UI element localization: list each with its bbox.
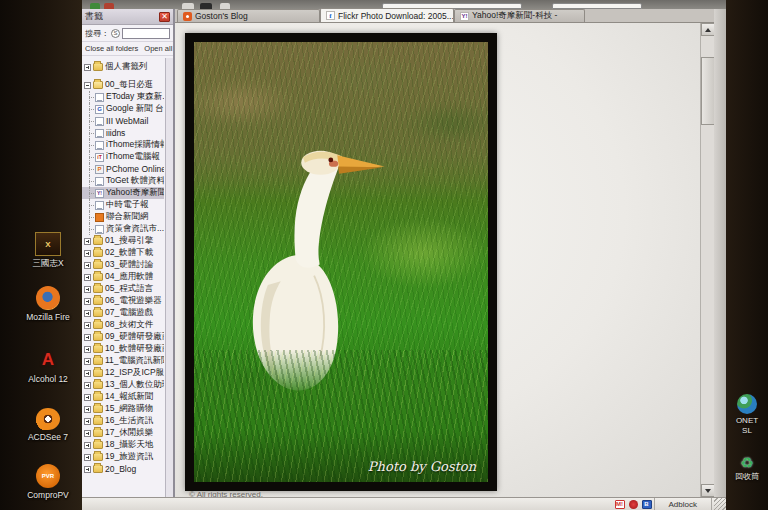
bookmarks-sidebar: 書籤 ✕ 搜尋： S Close all folders Open all fo… <box>82 9 175 497</box>
sidebar-scrollbar[interactable] <box>165 58 173 497</box>
bookmark-folder[interactable]: 15_網路購物 <box>82 403 164 415</box>
expander-plus-icon[interactable] <box>84 430 91 437</box>
scrollbar-thumb[interactable] <box>701 57 715 125</box>
desktop-icon-network[interactable]: ONET SL <box>726 394 768 435</box>
desktop-icon[interactable]: 三國志X <box>0 232 82 270</box>
bookmark-item[interactable]: iiidns <box>82 127 164 139</box>
desktop-right-strip: ONET SL ♻ 回收筒 <box>726 0 768 510</box>
expander-plus-icon[interactable] <box>84 346 91 353</box>
bookmark-folder[interactable]: 04_應用軟體 <box>82 271 164 283</box>
bookmark-item[interactable]: EToday 東森新... <box>82 91 164 103</box>
bookmark-item[interactable]: ToGet 軟體資料庫 <box>82 175 164 187</box>
expander-plus-icon[interactable] <box>84 250 91 257</box>
bookmark-folder[interactable]: 11_電腦資訊新聞 <box>82 355 164 367</box>
bookmark-favicon-icon <box>95 141 104 150</box>
blue-extension-icon[interactable]: B <box>642 500 652 509</box>
adblock-status-button[interactable]: Adblock <box>654 498 712 510</box>
bookmark-folder[interactable]: 08_技術文件 <box>82 319 164 331</box>
vertical-scrollbar[interactable] <box>700 23 714 497</box>
close-all-folders-link[interactable]: Close all folders <box>85 44 138 53</box>
expander-plus-icon[interactable] <box>84 334 91 341</box>
expander-minus-icon[interactable] <box>84 82 91 89</box>
bookmark-folder[interactable]: 18_攝影天地 <box>82 439 164 451</box>
folder-icon <box>93 429 103 437</box>
desktop-icon[interactable]: ACDSee 7 <box>0 408 82 442</box>
expander-plus-icon[interactable] <box>84 454 91 461</box>
bookmark-item[interactable]: 中時電子報 <box>82 199 164 211</box>
expander-plus-icon[interactable] <box>84 310 91 317</box>
bookmark-folder[interactable]: 10_軟體研發廠商 <box>82 343 164 355</box>
expander-plus-icon[interactable] <box>84 394 91 401</box>
bookmark-folder-personal[interactable]: 個人書籤列 <box>82 61 164 73</box>
bookmark-folder[interactable]: 05_程式語言 <box>82 283 164 295</box>
bookmark-folder[interactable]: 03_硬體討論 <box>82 259 164 271</box>
bookmark-folder[interactable]: 20_Blog <box>82 463 164 475</box>
folder-icon <box>93 321 103 329</box>
bookmark-folder[interactable]: 13_個人數位助理 <box>82 379 164 391</box>
expander-plus-icon[interactable] <box>84 358 91 365</box>
bookmark-folder[interactable]: 16_生活資訊 <box>82 415 164 427</box>
expander-plus-icon[interactable] <box>84 298 91 305</box>
folder-label: 06_電視遊樂器 <box>105 295 162 307</box>
sidebar-close-button[interactable]: ✕ <box>159 12 170 22</box>
desktop-icon[interactable]: Alcohol 12 <box>0 348 82 384</box>
folder-icon <box>93 405 103 413</box>
flickr-favicon-icon <box>326 11 335 20</box>
desktop-icon[interactable]: Mozilla Fire <box>0 286 82 322</box>
egret-photo-image: Photo by Goston <box>194 42 488 482</box>
down-arrow-icon <box>705 489 711 493</box>
bookmark-item[interactable]: Yahoo!奇摩新聞 <box>82 187 164 199</box>
monitor-screen: 三國志X Mozilla Fire Alcohol 12 ACDSee 7 Co… <box>0 0 768 510</box>
bookmark-folder[interactable]: 19_旅遊資訊 <box>82 451 164 463</box>
expander-plus-icon[interactable] <box>84 262 91 269</box>
scroll-down-button[interactable] <box>701 484 715 497</box>
gmail-notifier-icon[interactable]: M! <box>615 500 625 509</box>
expander-plus-icon[interactable] <box>84 322 91 329</box>
bookmark-folder[interactable]: 12_ISP及ICP服務 <box>82 367 164 379</box>
bookmark-label: 中時電子報 <box>106 199 149 211</box>
desktop-icon-art <box>35 348 61 372</box>
bookmark-folder[interactable]: 09_硬體研發廠商 <box>82 331 164 343</box>
bookmark-item[interactable]: Google 新聞 台... <box>82 103 164 115</box>
resize-grip[interactable] <box>714 498 726 510</box>
expander-plus-icon[interactable] <box>84 238 91 245</box>
tab-gostons-blog[interactable]: Goston's Blog <box>177 9 320 22</box>
expander-plus-icon[interactable] <box>84 370 91 377</box>
expander-plus-icon[interactable] <box>84 382 91 389</box>
bookmark-favicon-icon <box>95 117 104 126</box>
folder-label: 17_休閒娛樂 <box>105 427 153 439</box>
desktop-icon-recycle-bin[interactable]: ♻ 回收筒 <box>726 454 768 482</box>
bookmark-item[interactable]: iThome電腦報 <box>82 151 164 163</box>
expander-plus-icon[interactable] <box>84 286 91 293</box>
tab-yahoo-news[interactable]: Yahoo!奇摩新聞-科技 - <box>454 9 585 22</box>
bookmark-item[interactable]: 聯合新聞網 <box>82 211 164 223</box>
bookmark-item[interactable]: III WebMail <box>82 115 164 127</box>
bookmark-folder[interactable]: 06_電視遊樂器 <box>82 295 164 307</box>
folder-icon <box>93 249 103 257</box>
desktop-icon[interactable]: ComproPV <box>0 464 82 500</box>
bookmark-folder-daily[interactable]: 00_每日必逛 <box>82 79 164 91</box>
bookmark-folder[interactable]: 14_報紙新聞 <box>82 391 164 403</box>
expander-plus-icon[interactable] <box>84 274 91 281</box>
expander-plus-icon[interactable] <box>84 64 91 71</box>
red-status-icon[interactable] <box>629 500 638 509</box>
bookmark-item[interactable]: iThome採購情報 <box>82 139 164 151</box>
bookmark-folder[interactable]: 07_電腦遊戲 <box>82 307 164 319</box>
desktop-icon-label: Alcohol 12 <box>0 374 82 384</box>
expander-plus-icon[interactable] <box>84 442 91 449</box>
tab-flickr-photo-download[interactable]: Flickr Photo Download: 2005... <box>320 8 454 22</box>
bookmark-folder[interactable]: 17_休閒娛樂 <box>82 427 164 439</box>
expander-plus-icon[interactable] <box>84 406 91 413</box>
bookmark-folder[interactable]: 01_搜尋引擎 <box>82 235 164 247</box>
open-all-folders-link[interactable]: Open all folders <box>144 44 173 53</box>
folder-icon <box>93 63 103 71</box>
bookmark-folders: 01_搜尋引擎 02_軟體下載 03_硬體討論 <box>82 235 164 475</box>
bookmark-search-input[interactable] <box>122 28 170 39</box>
folder-icon <box>93 369 103 377</box>
scroll-up-button[interactable] <box>701 23 715 36</box>
bookmark-folder[interactable]: 02_軟體下載 <box>82 247 164 259</box>
bookmark-item[interactable]: 資策會資訊市... <box>82 223 164 235</box>
expander-plus-icon[interactable] <box>84 418 91 425</box>
bookmark-item[interactable]: PChome Online ... <box>82 163 164 175</box>
expander-plus-icon[interactable] <box>84 466 91 473</box>
